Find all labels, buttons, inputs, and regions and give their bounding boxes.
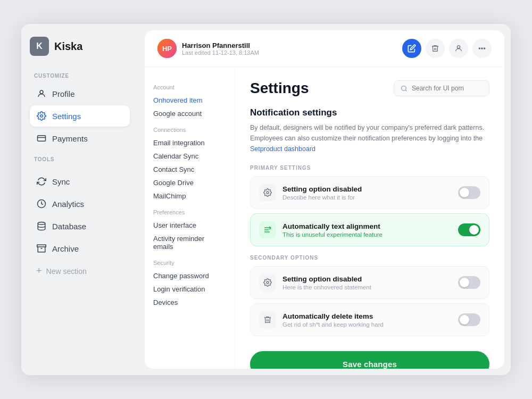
sidebar-label-sync: Sync — [52, 177, 70, 186]
left-nav-activity-reminder[interactable]: Activity reminder emails — [153, 232, 226, 253]
toggle-auto-text: Automatically text alignment This is unu… — [250, 213, 489, 246]
sidebar-item-archive[interactable]: Archive — [30, 238, 130, 259]
toggle-switch-4[interactable] — [458, 313, 480, 326]
analytics-icon — [36, 198, 47, 209]
delete-button[interactable] — [426, 39, 445, 58]
toggle-info-3: Setting option disabled Here is the onho… — [282, 275, 452, 290]
gear-icon — [36, 111, 47, 121]
toggle-desc-4: Get rid of sh*t and keep working hard — [282, 321, 452, 328]
gear-icon-2 — [259, 274, 276, 291]
left-nav-user-interface[interactable]: User interface — [153, 219, 226, 232]
sidebar-item-database[interactable]: Database — [30, 215, 130, 237]
toggle-desc-1: Describe here what it is for — [282, 194, 452, 201]
left-nav-security: Security Change password Login verificat… — [153, 260, 226, 309]
search-input[interactable] — [412, 85, 481, 92]
svg-point-20 — [267, 281, 269, 284]
user-button[interactable] — [449, 39, 468, 58]
sidebar-item-payments[interactable]: Payments — [30, 128, 130, 149]
user-name: Harrison Pfannerstill — [182, 41, 259, 49]
toggle-title-1: Setting option disabled — [282, 185, 452, 193]
svg-point-5 — [38, 222, 45, 225]
left-nav-contact-sync[interactable]: Contact Sync — [153, 163, 226, 176]
left-nav-mailchimp[interactable]: MailChimp — [153, 189, 226, 203]
text-icon — [259, 221, 276, 238]
notification-desc: By default, designers will be notified b… — [250, 122, 489, 154]
sidebar-item-profile[interactable]: Profile — [30, 83, 130, 104]
trash-icon — [259, 311, 276, 328]
left-nav-onhovered[interactable]: Onhovered item — [153, 94, 226, 107]
toggle-title-3: Setting option disabled — [282, 275, 452, 283]
card-icon — [36, 133, 47, 144]
svg-rect-6 — [37, 245, 46, 247]
svg-line-15 — [405, 90, 406, 91]
left-nav-devices[interactable]: Devices — [153, 296, 226, 309]
toggle-switch-1[interactable] — [458, 186, 480, 199]
header: HP Harrison Pfannerstill Last edited 11-… — [145, 30, 504, 67]
toggle-switch-2[interactable] — [458, 223, 480, 236]
user-icon — [36, 88, 47, 99]
plus-icon: + — [36, 265, 42, 277]
left-nav-account-label: Account — [153, 84, 226, 90]
more-button[interactable] — [472, 39, 492, 58]
edit-button[interactable] — [402, 39, 421, 58]
svg-point-11 — [479, 48, 480, 49]
left-nav-account: Account Onhovered item Google account — [153, 84, 226, 120]
search-bar[interactable] — [394, 80, 489, 96]
gear-icon-1 — [259, 184, 276, 201]
sidebar-item-sync[interactable]: Sync — [30, 171, 130, 192]
toggle-desc-2: This is unuseful experimental feature — [282, 231, 452, 238]
header-user: HP Harrison Pfannerstill Last edited 11-… — [157, 39, 396, 58]
body-area: Account Onhovered item Google account Co… — [145, 67, 504, 369]
svg-point-12 — [481, 48, 483, 49]
archive-icon — [36, 243, 47, 254]
sidebar-label-archive: Archive — [52, 244, 79, 253]
add-section-button[interactable]: + New section — [30, 260, 130, 282]
left-nav-google-account[interactable]: Google account — [153, 107, 226, 120]
toggle-info-2: Automatically text alignment This is unu… — [282, 222, 452, 238]
toggle-title-4: Automatically delete items — [282, 312, 452, 320]
toggle-title-2: Automatically text alignment — [282, 222, 452, 230]
toggle-desc-3: Here is the onhovered statement — [282, 284, 452, 290]
toggle-setting-disabled-2: Setting option disabled Here is the onho… — [250, 266, 489, 299]
sync-icon — [36, 176, 47, 187]
secondary-options-label: SECONDARY OPTIONS — [250, 255, 489, 261]
toggle-info-4: Automatically delete items Get rid of sh… — [282, 312, 452, 328]
header-actions — [402, 39, 492, 58]
save-changes-button[interactable]: Save changes — [250, 351, 489, 369]
page-title: Settings — [250, 80, 309, 97]
notification-title: Notification settings — [250, 107, 489, 118]
svg-text:HP: HP — [162, 45, 172, 53]
database-icon — [36, 221, 47, 231]
app-name: Kiska — [54, 40, 82, 53]
toggle-auto-delete: Automatically delete items Get rid of sh… — [250, 303, 489, 336]
setproduct-link[interactable]: Setproduct dashboard — [250, 145, 315, 153]
svg-point-10 — [457, 46, 460, 48]
search-icon — [401, 85, 408, 92]
left-nav-google-drive[interactable]: Google Drive — [153, 176, 226, 189]
left-nav-email-integration[interactable]: Email integration — [153, 136, 226, 149]
left-nav-preferences: Preferences User interface Activity remi… — [153, 209, 226, 253]
settings-header: Settings — [250, 80, 489, 97]
sidebar-label-analytics: Analytics — [52, 200, 84, 209]
sidebar-label-settings: Settings — [52, 112, 81, 121]
svg-rect-2 — [38, 136, 46, 142]
left-nav-security-label: Security — [153, 260, 226, 266]
sidebar-item-analytics[interactable]: Analytics — [30, 193, 130, 214]
toggle-switch-3[interactable] — [458, 276, 480, 289]
sidebar: K Kiska CUSTOMIZE Profile Settings — [21, 24, 138, 375]
primary-settings-label: PRIMARY SETTINGS — [250, 165, 489, 171]
user-meta: Last edited 11-12-13, 8:13AM — [182, 49, 259, 56]
svg-point-13 — [484, 48, 485, 49]
user-info: Harrison Pfannerstill Last edited 11-12-… — [182, 41, 259, 56]
svg-point-0 — [40, 90, 43, 94]
logo-area: K Kiska — [30, 37, 130, 56]
left-nav-change-password[interactable]: Change password — [153, 269, 226, 282]
left-nav-connections-label: Connections — [153, 127, 226, 133]
left-nav: Account Onhovered item Google account Co… — [145, 67, 235, 369]
svg-point-1 — [40, 115, 43, 118]
left-nav-calendar-sync[interactable]: Calendar Sync — [153, 149, 226, 163]
left-nav-preferences-label: Preferences — [153, 209, 226, 215]
sidebar-item-settings[interactable]: Settings — [30, 105, 130, 127]
left-nav-login-verification[interactable]: Login verification — [153, 282, 226, 296]
svg-point-14 — [402, 86, 406, 90]
